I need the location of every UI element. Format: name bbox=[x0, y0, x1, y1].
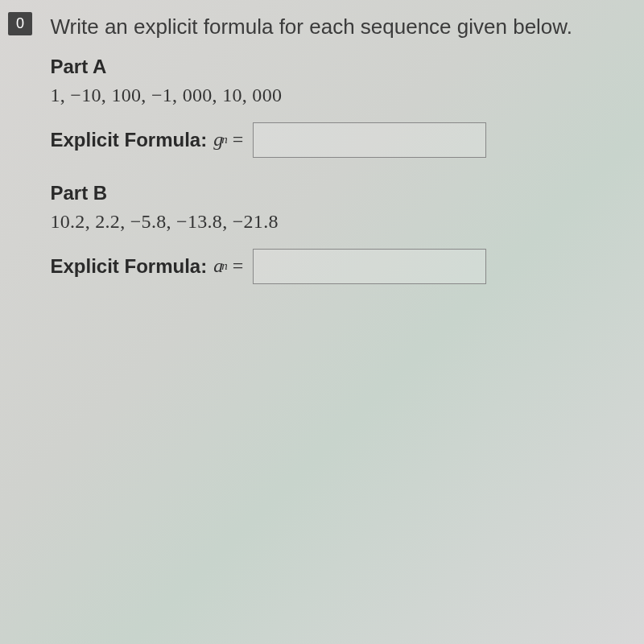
part-b-answer-input[interactable] bbox=[253, 249, 486, 284]
part-b-label: Part B bbox=[50, 182, 613, 204]
instruction-text: Write an explicit formula for each seque… bbox=[50, 14, 613, 41]
part-a-formula-label: Explicit Formula: bbox=[50, 129, 207, 151]
question-number-badge: 0 bbox=[8, 12, 32, 35]
question-container: 0 Write an explicit formula for each seq… bbox=[0, 0, 644, 324]
part-a-equals: = bbox=[233, 129, 244, 151]
part-a-subscript: n bbox=[221, 133, 228, 147]
part-b-equals: = bbox=[233, 255, 244, 277]
question-content: Write an explicit formula for each seque… bbox=[50, 12, 613, 308]
part-a-sequence: 1, −10, 100, −1, 000, 10, 000 bbox=[50, 85, 613, 106]
part-b-sequence: 10.2, 2.2, −5.8, −13.8, −21.8 bbox=[50, 211, 613, 233]
part-a-formula-row: Explicit Formula: gn = bbox=[50, 122, 613, 158]
part-a-answer-input[interactable] bbox=[253, 122, 486, 158]
part-b-formula-label: Explicit Formula: bbox=[50, 255, 207, 278]
part-a-label: Part A bbox=[50, 56, 613, 78]
part-b-formula-row: Explicit Formula: an = bbox=[50, 249, 613, 284]
part-b-subscript: n bbox=[221, 259, 228, 273]
